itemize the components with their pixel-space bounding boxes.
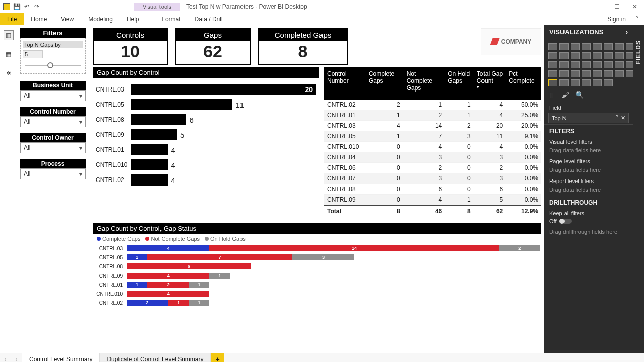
fields-pane-collapsed[interactable]: FIELDS — [633, 25, 644, 353]
table-header[interactable]: Complete Gaps — [366, 67, 404, 100]
minimize-button[interactable]: — — [590, 0, 608, 13]
slicer-bu-label: Business Unit — [20, 81, 86, 90]
legend-item[interactable]: On Hold Gaps — [205, 236, 246, 242]
chevron-down-icon: ▾ — [79, 171, 82, 177]
chart-legend: Complete GapsNot Complete GapsOn Hold Ga… — [93, 234, 541, 244]
report-filters-label: Report level filters — [544, 176, 633, 185]
legend-item[interactable]: Complete Gaps — [97, 236, 140, 242]
file-menu[interactable]: File — [0, 13, 24, 25]
table-header[interactable]: On Hold Gaps — [445, 67, 474, 100]
save-icon[interactable]: 💾 — [13, 3, 20, 10]
data-view-icon[interactable]: ▦ — [4, 49, 14, 59]
report-view-icon[interactable]: ▥ — [4, 30, 14, 40]
stacked-bar-row: CNTRL.0941 — [96, 271, 540, 280]
bar-label: CNTRL.05 — [96, 101, 128, 108]
card-label: Controls — [94, 29, 167, 41]
keep-all-toggle[interactable]: Off — [544, 217, 633, 227]
table-row[interactable]: CNTRL.0403030.0% — [324, 152, 541, 163]
page-filters-drop[interactable]: Drag data fields here — [544, 165, 633, 176]
page-tab-1[interactable]: Control Level Summary — [22, 353, 100, 362]
table-row[interactable]: CNTRL.01121425.0% — [324, 110, 541, 121]
legend-item[interactable]: Not Complete Gaps — [145, 236, 200, 242]
stacked-bar-row: CNTRL.05173 — [96, 253, 540, 262]
gap-table[interactable]: Control NumberComplete GapsNot Complete … — [324, 67, 541, 217]
stacked-bar-body: CNTRL.034142CNTRL.05173CNTRL.086CNTRL.09… — [93, 244, 541, 310]
bar-label: CNTRL.02 — [96, 176, 128, 184]
page-tab-2[interactable]: Duplicate of Control Level Summary — [100, 353, 211, 362]
sign-in-link[interactable]: Sign in — [602, 13, 631, 25]
ribbon-tab-help[interactable]: Help — [120, 13, 146, 25]
collapse-icon[interactable]: › — [626, 28, 628, 36]
contextual-tab-label: Visual tools — [134, 3, 180, 11]
ribbon-tab-home[interactable]: Home — [24, 13, 54, 25]
bar-chart-gap-by-control[interactable]: Gap Count by Control CNTRL.03 20 CNTRL.0… — [93, 67, 319, 190]
visual-filters-drop[interactable]: Drag data fields here — [544, 146, 633, 156]
analytics-tab-icon[interactable]: 🔍 — [575, 90, 584, 99]
format-tab-icon[interactable]: 🖌 — [562, 90, 569, 99]
table-row[interactable]: CNTRL.02211450.0% — [324, 100, 541, 110]
stacked-bar-label: CNTRL.01 — [96, 282, 125, 288]
table-row[interactable]: CNTRL.0703030.0% — [324, 173, 541, 184]
ribbon-tab-data-drill[interactable]: Data / Drill — [188, 13, 230, 25]
card-completed-gaps[interactable]: Completed Gaps 8 — [258, 28, 348, 65]
expand-ribbon-icon[interactable]: ˅ — [631, 13, 644, 25]
card-gaps[interactable]: Gaps 62 — [175, 28, 251, 65]
stacked-bar-chart[interactable]: Gap Count by Control, Gap Status Complet… — [93, 223, 541, 310]
slicer-value-input[interactable]: 5 — [23, 50, 43, 58]
drillthrough-drop[interactable]: Drag drillthrough fields here — [544, 227, 633, 238]
fields-tab-icon[interactable]: ▦ — [549, 90, 556, 99]
ribbon-tab-view[interactable]: View — [54, 13, 81, 25]
slicer-co-dropdown[interactable]: All▾ — [20, 142, 86, 153]
ribbon-tab-format[interactable]: Format — [154, 13, 188, 25]
view-rail: ▥ ▦ ✲ — [0, 25, 17, 353]
field-well-top-n[interactable]: Top N ˅✕ — [548, 113, 629, 123]
top-n-slicer[interactable]: Top N Gaps by 5 — [20, 38, 86, 74]
table-header[interactable]: Not Complete Gaps — [404, 67, 445, 100]
add-page-button[interactable]: + — [211, 353, 224, 362]
keep-all-label: Keep all filters — [544, 208, 633, 217]
slider-thumb-icon[interactable] — [47, 62, 53, 68]
chevron-down-icon[interactable]: ˅ — [616, 115, 619, 121]
viz-type-gallery[interactable] — [544, 39, 633, 88]
card-label: Gaps — [176, 29, 250, 41]
viz-header-label: VISUALIZATIONS — [549, 28, 603, 36]
stacked-bar-label: CNTRL.03 — [96, 246, 125, 251]
chart-title: Gap Count by Control — [93, 67, 319, 78]
table-row[interactable]: CNTRL.0341422020.0% — [324, 121, 541, 131]
page-next-icon[interactable]: › — [11, 353, 22, 362]
company-logo: COMPANY — [481, 28, 541, 55]
slicer-bu-dropdown[interactable]: All▾ — [20, 90, 86, 101]
card-controls[interactable]: Controls 10 — [93, 28, 168, 65]
slicer-pr-dropdown[interactable]: All▾ — [20, 168, 86, 179]
slicer-cn-dropdown[interactable]: All▾ — [20, 116, 86, 127]
table-row[interactable]: CNTRL.0806060.0% — [324, 184, 541, 195]
slicer-slider[interactable] — [25, 65, 81, 66]
toggle-off-label: Off — [549, 218, 556, 224]
undo-icon[interactable]: ↶ — [23, 3, 30, 10]
page-prev-icon[interactable]: ‹ — [0, 353, 11, 362]
report-canvas[interactable]: Filters Top N Gaps by 5 Business Unit Al… — [17, 25, 544, 353]
table-row[interactable]: CNTRL.0602020.0% — [324, 163, 541, 173]
table-header[interactable]: Control Number — [324, 67, 366, 100]
table-row[interactable]: CNTRL.01004040.0% — [324, 142, 541, 152]
ribbon-tab-modeling[interactable]: Modeling — [81, 13, 120, 25]
model-view-icon[interactable]: ✲ — [4, 68, 14, 78]
table-header[interactable]: Pct Complete — [506, 67, 541, 100]
slicer-header: Top N Gaps by — [23, 41, 83, 48]
report-filters-drop[interactable]: Drag data fields here — [544, 185, 633, 196]
quick-access-toolbar: 💾 ↶ ↷ — [0, 3, 43, 10]
close-button[interactable]: ✕ — [626, 0, 644, 13]
table-row[interactable]: CNTRL.0904150.0% — [324, 195, 541, 206]
window-title: Test Top N w Parameters - Power BI Deskt… — [186, 3, 307, 10]
fields-header-label: FIELDS — [635, 40, 642, 65]
maximize-button[interactable]: ☐ — [608, 0, 626, 13]
table-row[interactable]: CNTRL.05173119.1% — [324, 131, 541, 142]
bar-row: CNTRL.05 11 — [96, 97, 316, 112]
stacked-bar-label: CNTRL.05 — [96, 255, 125, 260]
remove-field-icon[interactable]: ✕ — [621, 115, 625, 121]
viz-field-tabs[interactable]: ▦ 🖌 🔍 — [544, 88, 633, 103]
redo-icon[interactable]: ↷ — [33, 3, 40, 10]
stacked-bar-label: CNTRL.08 — [96, 264, 125, 269]
chevron-down-icon: ▾ — [79, 119, 82, 125]
table-header[interactable]: Total Gap Count▾ — [474, 67, 506, 100]
